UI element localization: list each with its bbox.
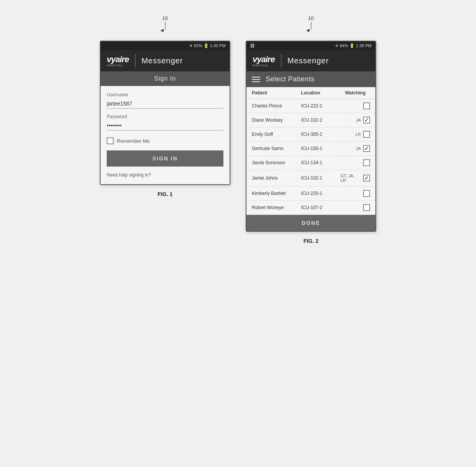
fig1-status-right: ✈ 83% 🔋 1:40 PM (189, 43, 226, 48)
fig1-messenger-label: Messenger (142, 56, 183, 65)
patient-watching (340, 102, 370, 109)
watch-initials: LR (355, 132, 361, 137)
patient-name: Jamie Johns (252, 175, 301, 181)
patient-watching: JA✓ (340, 145, 370, 152)
table-row: Charles PrinceICU-222-1 (246, 99, 375, 113)
watching-checkbox[interactable] (363, 102, 370, 109)
fig1-label: FIG. 1 (158, 191, 173, 197)
watching-checkbox[interactable] (363, 204, 370, 211)
fig1-password-input[interactable] (107, 121, 223, 130)
fig2-done-button[interactable]: DONE (246, 215, 375, 231)
fig1-signin-button[interactable]: SIGN IN (107, 150, 223, 167)
fig1-phone-screen: ✈ 83% 🔋 1:40 PM vyaire MEDICAL Messenger… (100, 41, 230, 185)
watching-checkbox[interactable] (363, 190, 370, 197)
fig2-logo-text: vyaire (253, 54, 275, 64)
hamburger-icon[interactable] (252, 77, 260, 82)
patient-watching: JA✓ (340, 117, 370, 124)
fig2-select-patients-title: Select Patients (266, 75, 315, 83)
fig1-annotation-number: 10 (162, 15, 168, 21)
fig2-status-left: 🖼 (250, 43, 255, 48)
patient-name: Jacob Sorenson (252, 160, 301, 165)
table-row: Jamie JohnsICU-102-1GT, JA, LR✓ (246, 170, 375, 186)
watch-initials: JA (356, 146, 361, 151)
fig2-status-right: ✈ 84% 🔋 1:38 PM (335, 43, 372, 48)
fig1-remember-me-checkbox[interactable] (107, 137, 114, 144)
fig1-vyaire-logo: vyaire MEDICAL (107, 54, 129, 67)
patient-location: ICU-134-1 (301, 160, 340, 165)
fig2-select-patients-header: Select Patients (246, 71, 375, 87)
watching-checkbox[interactable] (363, 159, 370, 166)
fig2-vyaire-logo: vyaire MEDICAL (253, 54, 275, 67)
patient-name: Gertrude Sarno (252, 146, 301, 151)
patient-location: ICU-102-1 (301, 175, 340, 181)
patient-watching (340, 204, 370, 211)
table-row: Diane WoolseyICU-102-2JA✓ (246, 113, 375, 127)
patient-watching (340, 190, 370, 197)
watch-initials: JA (356, 118, 361, 122)
patient-location: ICU-222-1 (301, 103, 340, 109)
col-patient-header: Patient (252, 90, 301, 96)
patient-location: ICU-150-1 (301, 146, 340, 151)
fig1-signin-title: Sign In (154, 75, 176, 82)
table-row: Kimberly BartlettICU-220-1 (246, 186, 375, 201)
watching-checkbox[interactable]: ✓ (363, 117, 370, 124)
patient-name: Charles Prince (252, 103, 301, 109)
fig1-logo-text: vyaire (107, 54, 129, 64)
watch-initials: GT, JA, LR (340, 173, 361, 183)
hamburger-line-2 (252, 79, 260, 80)
patient-location: ICU-305-2 (301, 132, 340, 137)
fig1-signin-form: Username Password Remember Me SIGN IN Ne… (101, 86, 230, 184)
fig1-username-label: Username (107, 92, 223, 97)
patient-watching: LR (340, 131, 370, 138)
table-row: Gertrude SarnoICU-150-1JA✓ (246, 142, 375, 156)
fig2-phone-screen: 🖼 ✈ 84% 🔋 1:38 PM vyaire MEDICAL Messeng… (246, 41, 376, 232)
fig2-annotation-number: 10 (308, 15, 314, 21)
patient-watching: GT, JA, LR✓ (340, 173, 370, 183)
fig2-label: FIG. 2 (304, 238, 319, 244)
patient-location: ICU-102-2 (301, 117, 340, 123)
fig2-header-divider (281, 54, 281, 68)
fig2-patient-table: Patient Location Watching Charles Prince… (246, 87, 375, 231)
fig1-remember-me-row: Remember Me (107, 137, 223, 144)
patient-location: ICU-107-2 (301, 205, 340, 210)
watching-checkbox[interactable]: ✓ (363, 175, 370, 182)
table-row: Robert WoneyeICU-107-2 (246, 201, 375, 215)
watching-checkbox[interactable] (363, 131, 370, 138)
patient-watching (340, 159, 370, 166)
fig1-username-input[interactable] (107, 99, 223, 109)
fig1-password-label: Password (107, 114, 223, 119)
checkmark-icon: ✓ (364, 175, 369, 181)
col-watching-header: Watching (340, 90, 370, 96)
fig1-app-header: vyaire MEDICAL Messenger (101, 50, 230, 71)
hamburger-line-1 (252, 77, 260, 78)
checkmark-icon: ✓ (364, 117, 369, 123)
patient-name: Robert Woneye (252, 205, 301, 210)
fig2-status-bar: 🖼 ✈ 84% 🔋 1:38 PM (246, 41, 375, 50)
patient-name: Diane Woolsey (252, 117, 301, 123)
table-header-row: Patient Location Watching (246, 87, 375, 99)
patient-rows-container: Charles PrinceICU-222-1Diane WoolseyICU-… (246, 99, 375, 215)
watching-checkbox[interactable]: ✓ (363, 145, 370, 152)
table-row: Emily GoffICU-305-2LR (246, 127, 375, 142)
checkmark-icon: ✓ (364, 146, 369, 151)
table-row: Jacob SorensonICU-134-1 (246, 156, 375, 170)
fig2-messenger-label: Messenger (288, 56, 329, 65)
fig1-header-divider (135, 54, 136, 68)
fig1-status-bar: ✈ 83% 🔋 1:40 PM (101, 41, 230, 50)
hamburger-line-3 (252, 81, 260, 82)
fig2-app-header: vyaire MEDICAL Messenger (246, 50, 375, 71)
patient-name: Emily Goff (252, 132, 301, 137)
patient-name: Kimberly Bartlett (252, 191, 301, 196)
patient-location: ICU-220-1 (301, 191, 340, 196)
fig1-help-link[interactable]: Need help signing in? (107, 172, 151, 178)
col-location-header: Location (301, 90, 340, 96)
fig1-signin-bar: Sign In (101, 71, 230, 86)
fig1-remember-me-label: Remember Me (117, 138, 150, 144)
